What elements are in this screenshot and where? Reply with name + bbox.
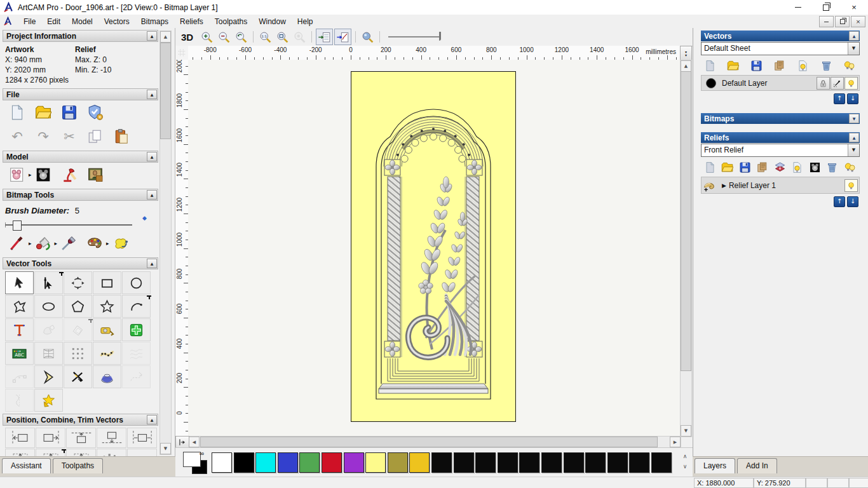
create-polyline-button[interactable] (5, 295, 34, 318)
distort-vectors-button[interactable] (34, 342, 63, 365)
menu-item-bitmaps[interactable]: Bitmaps (135, 16, 174, 27)
layer-visibility-button[interactable] (844, 179, 858, 192)
zoom-slider-thumb[interactable] (439, 32, 441, 41)
colour-swatch-3[interactable] (278, 452, 298, 473)
primary-secondary-colour[interactable]: ∞ (183, 452, 208, 475)
move-layer-down-button[interactable]: ↓ (847, 93, 858, 104)
scrollbar-thumb[interactable] (160, 43, 171, 139)
primary-colour[interactable] (183, 452, 201, 467)
scroll-left-icon[interactable]: ◀ (189, 437, 200, 447)
view-3d-button[interactable]: 3D (181, 32, 193, 43)
zoom-box-button[interactable] (275, 29, 290, 44)
colour-swatch-10[interactable] (431, 452, 452, 473)
tab-add-in[interactable]: Add In (737, 458, 777, 473)
new-layer-button[interactable] (702, 160, 717, 174)
section-position-combine-trim[interactable]: Position, Combine, Trim Vectors (3, 414, 158, 426)
toggle-bitmap-visibility-button[interactable] (316, 29, 333, 45)
section-project-information[interactable]: Project Information (3, 30, 158, 42)
create-ellipse-button[interactable] (34, 295, 63, 318)
mdi-minimize-button[interactable] (819, 16, 834, 27)
brush-diameter-slider[interactable]: ◆ (5, 220, 137, 230)
nesting-button[interactable]: Nes (127, 449, 157, 456)
palette-button[interactable] (84, 233, 105, 254)
minimize-button[interactable] (784, 0, 812, 15)
collapse-icon[interactable] (147, 190, 157, 200)
section-vector-tools[interactable]: Vector Tools (3, 257, 158, 269)
zoom-in-button[interactable] (199, 29, 215, 44)
flood-fill-button[interactable] (32, 233, 54, 254)
section-model[interactable]: Model (3, 151, 158, 163)
create-rectangle-button[interactable] (93, 271, 121, 294)
colour-swatch-8[interactable] (388, 452, 408, 473)
vector-layer-row[interactable]: Default Layer (701, 75, 860, 91)
colour-swatch-13[interactable] (498, 452, 518, 473)
split-view-button[interactable] (175, 436, 189, 449)
colour-swatch-5[interactable] (322, 452, 342, 473)
scrollbar-thumb[interactable] (681, 71, 691, 371)
texture-flood-button[interactable] (110, 233, 132, 254)
colour-swatch-14[interactable] (519, 452, 539, 473)
align-centre-button[interactable] (127, 428, 157, 448)
menu-item-edit[interactable]: Edit (41, 16, 66, 27)
align-bottom-button[interactable] (97, 428, 126, 448)
block-paste-button[interactable] (64, 342, 92, 365)
delete-layer-button[interactable] (825, 160, 840, 174)
assistant-scrollbar[interactable]: ▲ ▼ (159, 30, 172, 455)
redo-button[interactable] (32, 126, 54, 147)
options-shield-button[interactable] (85, 102, 106, 123)
colour-swatch-0[interactable] (212, 452, 232, 473)
new-layer-button[interactable] (702, 58, 717, 72)
section-button[interactable] (5, 389, 34, 412)
menu-item-model[interactable]: Model (66, 16, 98, 27)
text-block-button[interactable] (5, 342, 34, 365)
set-lighting-button[interactable] (58, 165, 80, 185)
toggle-visibility-button[interactable] (790, 160, 805, 174)
open-layer-button[interactable] (726, 58, 741, 72)
collapse-icon[interactable] (147, 31, 157, 41)
create-polygon-button[interactable] (64, 295, 92, 318)
colour-swatch-9[interactable] (409, 452, 430, 473)
bitmaps-panel-header[interactable]: Bitmaps (701, 113, 860, 124)
save-layer-button[interactable] (737, 160, 752, 174)
invert-greyscale-button[interactable] (32, 165, 54, 185)
relief-layer-row[interactable]: ▶ Relief Layer 1 (701, 177, 860, 194)
collapse-icon[interactable] (147, 259, 157, 268)
restore-button[interactable] (812, 0, 840, 15)
colour-swatch-15[interactable] (541, 452, 562, 473)
load-bitmap-button[interactable] (85, 165, 106, 185)
undo-button[interactable] (6, 126, 28, 147)
menu-item-help[interactable]: Help (292, 16, 319, 27)
collapse-icon[interactable] (147, 415, 157, 424)
vectors-panel-header[interactable]: Vectors (701, 30, 860, 41)
greyscale-from-relief-button[interactable] (6, 165, 28, 185)
ruler-origin-button[interactable] (175, 46, 189, 60)
units-dropdown-button[interactable]: ▾▾ (680, 46, 692, 61)
drawing-canvas[interactable] (188, 60, 680, 436)
measure-button[interactable] (93, 318, 121, 341)
collapse-icon[interactable] (849, 31, 859, 41)
zoom-object-button[interactable] (292, 29, 308, 44)
create-arc-button[interactable] (122, 295, 151, 318)
canvas-horizontal-scrollbar[interactable]: ◀ ▶ (188, 436, 681, 449)
scroll-down-icon[interactable]: ▼ (681, 425, 691, 437)
transform-button[interactable] (64, 271, 92, 294)
section-file[interactable]: File (3, 88, 158, 100)
greyscale-layer-button[interactable] (807, 160, 822, 174)
envelope-button[interactable] (122, 342, 151, 365)
mdi-restore-button[interactable] (835, 16, 850, 27)
edit-vectors-button[interactable] (831, 77, 844, 90)
paste-vector-button[interactable] (122, 318, 151, 341)
offset-vectors-button[interactable] (64, 318, 92, 341)
colour-swatch-6[interactable] (344, 452, 364, 473)
scroll-up-icon[interactable]: ▲ (160, 31, 171, 43)
move-layer-up-button[interactable]: ↑ (834, 93, 845, 104)
node-editing-button[interactable] (34, 271, 63, 294)
align-left-button[interactable] (5, 428, 35, 448)
collapse-icon[interactable] (147, 90, 157, 99)
scatter-copy-button[interactable] (97, 449, 126, 456)
colour-swatch-1[interactable] (234, 452, 254, 473)
scroll-right-icon[interactable]: ▶ (670, 437, 681, 447)
paste-along-curve-button[interactable] (93, 342, 121, 365)
colour-swatch-16[interactable] (564, 452, 584, 473)
tab-assistant[interactable]: Assistant (2, 458, 51, 473)
